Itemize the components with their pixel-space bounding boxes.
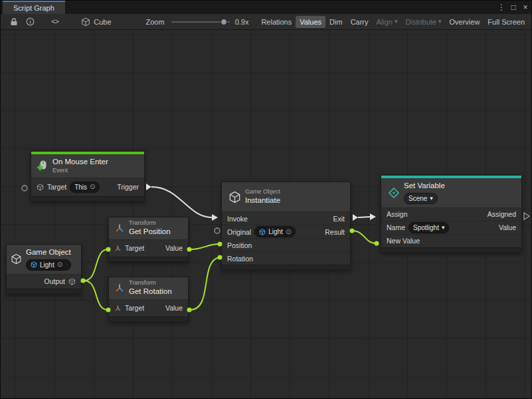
port-assign-in[interactable] <box>370 213 376 220</box>
node-footer <box>109 257 188 261</box>
tab-title: Script Graph <box>13 4 54 12</box>
value-port-label: Value <box>165 244 183 252</box>
node-header: On Mouse Enter Event <box>31 154 144 178</box>
wire-light-to-getposition <box>84 249 108 281</box>
object-picker-icon[interactable]: ⊙ <box>286 229 291 235</box>
cube-icon <box>259 229 266 235</box>
node-instantiate[interactable]: Game Object Instantiate Invoke Exit Orig… <box>221 182 351 270</box>
gameobject-type-icon <box>37 184 44 191</box>
overview-button[interactable]: Overview <box>446 16 484 28</box>
object-picker-icon[interactable]: ⊙ <box>57 261 62 268</box>
name-port-label: Name <box>387 223 405 231</box>
wire-position-value <box>190 244 219 249</box>
new-value-port-label: New Value <box>387 237 420 245</box>
wire-trigger-to-invoke <box>151 187 212 217</box>
node-header: Game Object Instantiate <box>222 182 350 211</box>
gameobject-value-chip[interactable]: Light ⊙ <box>26 259 71 271</box>
variable-name-value: Spotlight <box>413 223 439 232</box>
chevron-down-icon: ▾ <box>438 19 442 25</box>
node-subtitle: Event <box>52 168 108 174</box>
carry-button[interactable]: Carry <box>347 16 373 28</box>
position-port-label: Position <box>227 241 252 249</box>
gameobject-value: Light <box>40 261 54 269</box>
graph-reference[interactable]: Cube <box>81 17 111 27</box>
original-value: Light <box>268 227 283 236</box>
node-title: On Mouse Enter <box>52 158 108 167</box>
node-footer <box>31 196 144 201</box>
toolbar-buttons: Relations Values Dim Carry Align ▾ Distr… <box>257 16 529 28</box>
variable-name-dropdown[interactable]: Spotlight ▾ <box>408 222 449 233</box>
close-icon[interactable]: × <box>519 1 531 14</box>
target-value: This <box>74 183 87 192</box>
port-original-in[interactable] <box>215 228 220 233</box>
variable-icon <box>388 187 400 199</box>
target-port-label: Target <box>125 244 144 252</box>
scope-value: Scene <box>408 194 427 203</box>
result-port-label: Result <box>325 228 345 236</box>
node-footer <box>381 247 521 252</box>
wire-light-to-getrotation <box>84 281 108 310</box>
script-graph-window: Script Graph ⋮ □ × <> Cube Zoom 0.9x Rel… <box>0 0 532 399</box>
cube-icon <box>11 253 22 265</box>
maximize-icon[interactable]: □ <box>507 1 519 14</box>
wire-rotation-value <box>190 257 219 310</box>
node-set-variable[interactable]: Set Variable Scene ▾ Assign Assigned Nam… <box>381 175 522 253</box>
node-get-rotation[interactable]: Transform Get Rotation Target Value <box>108 277 189 322</box>
node-title: Set Variable <box>404 182 445 191</box>
graph-canvas[interactable]: On Mouse Enter Event Target This ⊙ Trigg… <box>1 31 531 398</box>
original-port-label: Original <box>227 228 251 236</box>
node-footer <box>109 317 188 321</box>
target-value-chip[interactable]: This ⊙ <box>70 182 100 193</box>
node-footer <box>222 265 350 269</box>
node-game-object-light[interactable]: Game Object Light ⊙ Output <box>6 244 82 294</box>
node-title: Game Object <box>26 248 71 257</box>
transform-icon <box>114 283 125 293</box>
tab-script-graph[interactable]: Script Graph <box>3 1 65 14</box>
original-value-chip[interactable]: Light ⊙ <box>254 226 296 237</box>
values-button[interactable]: Values <box>296 16 325 28</box>
tab-bar-spacer <box>65 1 495 14</box>
graph-name: Cube <box>94 18 111 26</box>
node-header: Transform Get Position <box>109 217 188 239</box>
chevron-down-icon: ▾ <box>430 196 433 201</box>
node-get-position[interactable]: Transform Get Position Target Value <box>108 217 189 262</box>
assign-port-label: Assign <box>387 210 408 218</box>
node-kicker: Transform <box>129 220 171 227</box>
info-icon[interactable] <box>25 17 35 26</box>
variable-scope-dropdown[interactable]: Scene ▾ <box>404 193 438 204</box>
relations-button[interactable]: Relations <box>257 16 296 28</box>
transform-type-icon <box>114 305 122 312</box>
fullscreen-button[interactable]: Full Screen <box>484 16 529 28</box>
object-picker-icon[interactable]: ⊙ <box>90 184 95 190</box>
align-button[interactable]: Align ▾ <box>373 16 402 28</box>
node-on-mouse-enter[interactable]: On Mouse Enter Event Target This ⊙ Trigg… <box>31 151 145 201</box>
node-header: Transform Get Rotation <box>109 277 188 299</box>
port-exit-out[interactable] <box>353 214 358 221</box>
distribute-button[interactable]: Distribute ▾ <box>402 16 446 28</box>
port-invoke-in[interactable] <box>212 214 218 221</box>
zoom-label: Zoom <box>146 18 165 26</box>
edge-connection-indicator[interactable] <box>524 213 529 219</box>
node-header: Game Object Light ⊙ <box>7 245 81 274</box>
node-title: Get Position <box>129 227 171 237</box>
port-trigger-out[interactable] <box>146 184 151 190</box>
graph-toolbar: <> Cube Zoom 0.9x Relations Values Dim C… <box>1 14 531 30</box>
align-label: Align <box>377 18 393 26</box>
port-mouseenter-target-in[interactable] <box>22 186 27 191</box>
zoom-slider[interactable] <box>171 18 230 26</box>
port-newvalue-in[interactable] <box>375 241 379 246</box>
transform-type-icon <box>114 245 122 252</box>
node-footer <box>7 289 81 293</box>
node-kicker: Game Object <box>245 189 280 196</box>
distribute-label: Distribute <box>406 18 436 26</box>
tab-bar: Script Graph ⋮ □ × <box>1 1 531 14</box>
value-port-label: Value <box>499 223 516 231</box>
code-icon[interactable]: <> <box>51 18 58 26</box>
dim-button[interactable]: Dim <box>325 16 347 28</box>
trigger-port-label: Trigger <box>117 183 139 191</box>
lock-icon[interactable] <box>9 17 19 26</box>
window-menu-icon[interactable]: ⋮ <box>495 1 507 14</box>
mouse-event-icon <box>37 160 48 172</box>
zoom-slider-handle[interactable] <box>221 19 227 25</box>
node-header: Set Variable Scene ▾ <box>381 178 521 207</box>
